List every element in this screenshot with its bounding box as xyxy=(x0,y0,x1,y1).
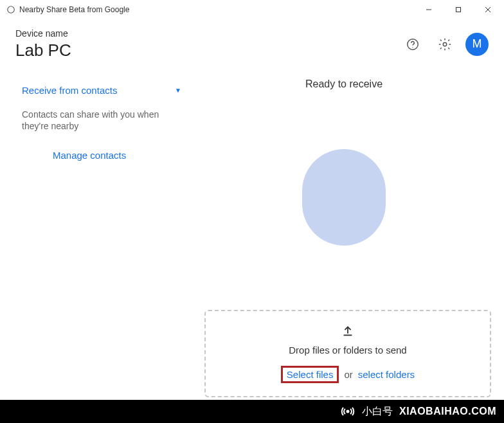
settings-button[interactable] xyxy=(433,33,456,56)
select-files-button[interactable]: Select files xyxy=(281,366,339,383)
sidebar: Receive from contacts ▼ Contacts can sha… xyxy=(0,73,199,246)
chevron-down-icon: ▼ xyxy=(175,87,181,94)
watermark-url: XIAOBAIHAO.COM xyxy=(399,406,496,417)
visibility-description: Contacts can share with you when they're… xyxy=(22,109,163,132)
content: Ready to receive xyxy=(199,73,504,246)
drop-zone[interactable]: Drop files or folders to send Select fil… xyxy=(204,310,491,397)
select-folders-button[interactable]: select folders xyxy=(358,369,415,380)
gear-icon xyxy=(438,37,452,51)
manage-contacts-link[interactable]: Manage contacts xyxy=(53,150,181,161)
broadcast-icon xyxy=(340,404,356,419)
svg-point-0 xyxy=(8,6,15,14)
drop-actions: Select files or select folders xyxy=(281,366,415,383)
help-icon xyxy=(406,37,420,51)
window-controls xyxy=(414,0,503,19)
app-icon xyxy=(6,5,15,14)
svg-rect-2 xyxy=(456,8,461,12)
minimize-button[interactable] xyxy=(414,0,444,19)
upload-icon xyxy=(341,324,355,338)
avatar-initial: M xyxy=(473,37,482,51)
main: Receive from contacts ▼ Contacts can sha… xyxy=(0,64,504,246)
close-button[interactable] xyxy=(473,0,503,19)
watermark-bar: 小白号 XIAOBAIHAO.COM xyxy=(0,400,504,423)
device-name: Lab PC xyxy=(15,40,71,60)
window-title: Nearby Share Beta from Google xyxy=(19,5,129,14)
drop-instruction: Drop files or folders to send xyxy=(289,345,406,356)
device-block: Device name Lab PC xyxy=(15,28,71,60)
header: Device name Lab PC M xyxy=(0,19,504,64)
titlebar-left: Nearby Share Beta from Google xyxy=(6,5,129,14)
visibility-label: Receive from contacts xyxy=(22,85,117,96)
help-button[interactable] xyxy=(401,33,424,56)
watermark-cn: 小白号 xyxy=(362,405,393,419)
svg-point-7 xyxy=(443,42,447,46)
ready-indicator xyxy=(302,149,386,246)
status-text: Ready to receive xyxy=(305,78,382,90)
or-text: or xyxy=(344,369,352,380)
svg-point-8 xyxy=(347,411,349,413)
header-actions: M xyxy=(401,33,489,56)
titlebar: Nearby Share Beta from Google xyxy=(0,0,504,19)
visibility-dropdown[interactable]: Receive from contacts ▼ xyxy=(22,82,181,98)
avatar[interactable]: M xyxy=(465,33,489,56)
maximize-button[interactable] xyxy=(444,0,473,19)
device-name-label: Device name xyxy=(15,28,71,39)
svg-point-6 xyxy=(412,47,413,48)
